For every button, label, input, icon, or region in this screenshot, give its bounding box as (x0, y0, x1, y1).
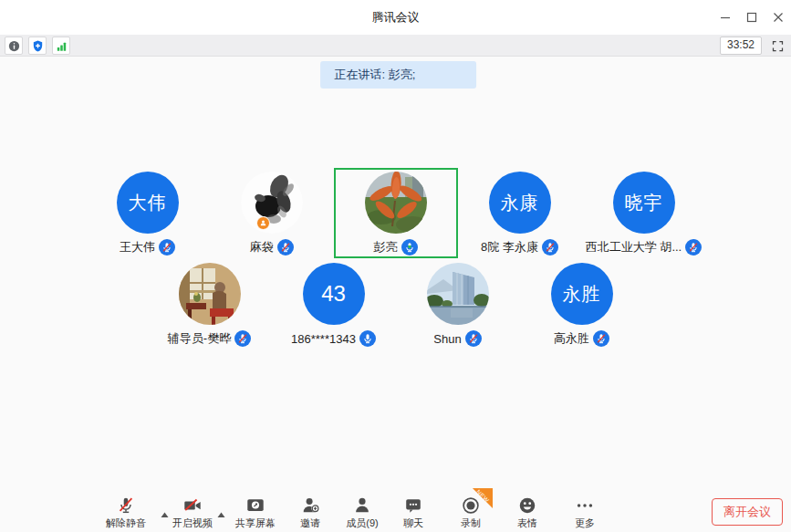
more-icon (574, 495, 596, 516)
mic-muted-icon (159, 239, 175, 256)
chat-icon (403, 495, 423, 516)
statusbar-right: 33:52 (720, 37, 786, 55)
mic-on-icon (359, 330, 376, 347)
avatar-leaf-photo (365, 172, 427, 234)
unmute-label: 解除静音 (106, 516, 146, 530)
emoji-button[interactable]: 表情 (498, 494, 557, 530)
unmute-button[interactable]: 解除静音 (97, 494, 155, 530)
network-signal-icon (55, 39, 68, 53)
share-screen-label: 共享屏幕 (235, 516, 276, 530)
chat-button[interactable]: 聊天 (384, 494, 442, 530)
window-title: 腾讯会议 (0, 0, 791, 35)
participant-tile-shun[interactable]: Shun (396, 259, 520, 349)
meeting-window: 腾讯会议 (0, 0, 791, 532)
emoji-icon (517, 495, 537, 516)
mic-muted-icon (542, 239, 558, 256)
avatar: 永胜 (551, 263, 613, 325)
titlebar: 腾讯会议 (0, 0, 791, 35)
participant-tile-madai[interactable]: 麻袋 (210, 168, 334, 258)
security-shield-icon (31, 39, 45, 53)
camera-off-toolbar-icon (182, 495, 203, 516)
avatar: 永康 (489, 172, 551, 234)
speaking-banner: 正在讲话: 彭亮; (320, 61, 477, 89)
participant-name: 186****1343 (291, 332, 356, 346)
members-icon (352, 495, 372, 516)
info-icon (7, 39, 21, 53)
mic-muted-toolbar-icon (116, 495, 136, 516)
emoji-label: 表情 (517, 516, 537, 530)
invite-button[interactable]: 邀请 (281, 494, 339, 530)
participant-name: 8院 李永康 (481, 239, 538, 256)
invite-icon (300, 495, 321, 516)
avatar: 晓宇 (613, 172, 675, 234)
record-button[interactable]: NEW 录制 (442, 494, 500, 530)
mic-muted-icon (234, 330, 251, 347)
host-badge-icon (256, 216, 270, 230)
participant-name: 高永胜 (554, 330, 589, 347)
participant-tile-fudaoyuan[interactable]: 辅导员-樊晔 (148, 259, 272, 349)
members-button[interactable]: 成员(9) (333, 494, 391, 530)
members-label: 成员(9) (346, 516, 378, 530)
maximize-button[interactable] (738, 0, 765, 35)
fullscreen-icon (771, 39, 785, 53)
avatar-ink-art (241, 172, 303, 234)
participant-tile-wangdawei[interactable]: 大伟 王大伟 (86, 168, 210, 258)
participant-name: 王大伟 (120, 239, 155, 256)
participant-name: 西北工业大学 胡... (586, 239, 682, 256)
participant-name: 麻袋 (250, 239, 274, 256)
window-controls (712, 0, 791, 35)
mic-speaking-icon (401, 239, 418, 256)
more-label: 更多 (575, 516, 595, 530)
participant-tile-186[interactable]: 43 186****1343 (272, 259, 396, 349)
participant-tile-xiaoyu[interactable]: 晓宇 西北工业大学 胡... (582, 168, 706, 258)
start-video-label: 开启视频 (172, 516, 213, 530)
chat-label: 聊天 (403, 516, 423, 530)
mic-muted-icon (685, 239, 702, 256)
start-video-button[interactable]: 开启视频 (163, 494, 222, 530)
record-label: 录制 (461, 516, 481, 530)
statusbar: 33:52 (0, 35, 791, 57)
more-button[interactable]: 更多 (556, 494, 614, 530)
statusbar-left (5, 37, 70, 55)
video-options-caret[interactable] (217, 506, 225, 522)
record-icon (461, 495, 481, 516)
minimize-button[interactable] (712, 0, 738, 35)
share-screen-button[interactable]: 共享屏幕 (226, 494, 285, 530)
avatar-painting-photo (179, 263, 241, 325)
mic-muted-icon (593, 330, 609, 347)
meeting-timer: 33:52 (720, 37, 762, 55)
mic-muted-icon (277, 239, 294, 256)
fullscreen-button[interactable] (768, 37, 786, 55)
minimize-icon (720, 12, 731, 23)
share-screen-icon (245, 495, 266, 516)
participant-name: Shun (433, 332, 461, 346)
mic-muted-icon (465, 330, 482, 347)
avatar-building-photo (427, 263, 489, 325)
participant-name: 辅导员-樊晔 (168, 330, 231, 347)
avatar: 43 (303, 263, 365, 325)
close-button[interactable] (765, 0, 791, 35)
close-icon (773, 12, 784, 23)
participant-grid: 大伟 王大伟 (0, 168, 791, 349)
leave-meeting-button[interactable]: 离开会议 (712, 498, 783, 526)
bottom-toolbar: 解除静音 开启视频 (0, 488, 791, 532)
participant-row-1: 大伟 王大伟 (0, 168, 791, 258)
security-button[interactable] (28, 37, 47, 55)
participant-tile-gaoyongsheng[interactable]: 永胜 高永胜 (520, 259, 644, 349)
invite-label: 邀请 (300, 516, 320, 530)
participant-name: 彭亮 (374, 239, 398, 256)
meeting-info-button[interactable] (5, 37, 23, 55)
participant-row-2: 辅导员-樊晔 43 186****1343 (0, 259, 791, 349)
avatar: 大伟 (117, 172, 179, 234)
maximize-icon (746, 12, 757, 23)
participant-tile-pengliang-speaking[interactable]: 彭亮 (334, 168, 458, 258)
network-quality-button[interactable] (52, 37, 70, 55)
participant-tile-liyongkang[interactable]: 永康 8院 李永康 (458, 168, 582, 258)
